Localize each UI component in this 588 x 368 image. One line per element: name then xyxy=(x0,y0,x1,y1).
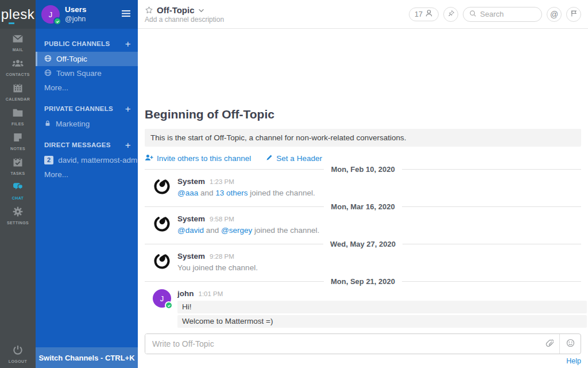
channel-title: Off-Topic xyxy=(157,5,195,15)
channel-title-menu[interactable]: Off-Topic xyxy=(145,5,224,15)
add-public-channel-button[interactable]: + xyxy=(125,39,131,49)
switch-channels-button[interactable]: Switch Channels - CTRL+K xyxy=(36,347,138,368)
message-text-part: joined the channel. xyxy=(248,189,315,197)
pinned-posts-button[interactable] xyxy=(443,7,458,22)
team-header[interactable]: J Users @john xyxy=(36,0,138,29)
dm-item-david-mattermost-admin[interactable]: 2 david, mattermost-admin xyxy=(36,153,138,167)
switch-channels-label: Switch Channels - CTRL+K xyxy=(38,354,134,362)
sidebar-item-chat[interactable]: CHAT xyxy=(0,177,36,202)
mention-link[interactable]: 13 others xyxy=(215,189,247,197)
header-controls: 17 @ xyxy=(409,7,581,22)
more-public-channels-link[interactable]: More... xyxy=(36,80,138,95)
user-avatar: J xyxy=(153,289,171,308)
sidebar-item-settings[interactable]: SETTINGS xyxy=(0,202,36,227)
sidebar-item-calendar[interactable]: CALENDAR xyxy=(0,78,36,103)
mention-link[interactable]: @sergey xyxy=(221,226,252,235)
divider-line xyxy=(145,169,324,170)
channel-label: Off-Topic xyxy=(56,55,87,63)
direct-messages-header: DIRECT MESSAGES + xyxy=(36,140,138,150)
mention-link[interactable]: @aaa xyxy=(177,189,198,197)
channel-item-marketing[interactable]: Marketing xyxy=(36,117,138,131)
mattermost-sidebar: J Users @john PUBLIC CHANNELS + Off-Topi… xyxy=(36,0,138,368)
more-label: More... xyxy=(44,170,68,179)
plesk-nav: MAIL CONTACTS CALENDAR FILES NOTES TASKS… xyxy=(0,29,36,227)
composer-area: Help xyxy=(138,330,588,368)
mention-link[interactable]: @david xyxy=(177,226,204,235)
divider-line xyxy=(402,206,581,207)
add-private-channel-button[interactable]: + xyxy=(125,104,131,114)
flag-icon xyxy=(570,10,578,19)
channel-intro-text: This is the start of Off-Topic, a channe… xyxy=(145,129,581,147)
sidebar-item-logout[interactable]: LOGOUT xyxy=(0,340,36,365)
message-row: System 1:23 PM @aaa and 13 others joined… xyxy=(145,174,581,200)
flagged-posts-button[interactable] xyxy=(566,7,581,22)
sidebar-item-contacts[interactable]: CONTACTS xyxy=(0,53,36,78)
avatar-initial: J xyxy=(49,10,53,19)
set-header-label: Set a Header xyxy=(276,154,322,163)
divider-line xyxy=(145,244,323,244)
sidebar-item-label: SETTINGS xyxy=(7,221,29,225)
online-status-icon xyxy=(53,17,61,25)
channel-title-block: Off-Topic Add a channel description xyxy=(145,5,224,24)
sidebar-item-notes[interactable]: NOTES xyxy=(0,128,36,152)
system-avatar-mattermost-logo-icon xyxy=(153,252,171,270)
channel-description-placeholder[interactable]: Add a channel description xyxy=(145,16,224,24)
channel-label: Town Square xyxy=(56,69,102,78)
channel-item-town-square[interactable]: Town Square xyxy=(36,66,138,80)
mentions-button[interactable]: @ xyxy=(547,7,562,22)
add-direct-message-button[interactable]: + xyxy=(125,140,131,150)
gear-icon xyxy=(11,206,24,220)
member-count-button[interactable]: 17 xyxy=(409,7,439,21)
invite-member-icon xyxy=(145,154,153,163)
sidebar-item-label: MAIL xyxy=(13,48,24,52)
plesk-logo[interactable]: plesk xyxy=(0,0,36,29)
tasks-icon xyxy=(11,156,24,170)
invite-others-link[interactable]: Invite others to this channel xyxy=(145,154,251,163)
message-composer xyxy=(145,334,581,354)
favorite-star-icon[interactable] xyxy=(145,6,153,14)
set-header-link[interactable]: Set a Header xyxy=(266,154,322,163)
system-avatar-mattermost-logo-icon xyxy=(153,177,171,195)
message-timestamp: 9:58 PM xyxy=(210,216,234,223)
message-list[interactable]: Beginning of Off-Topic This is the start… xyxy=(138,29,588,330)
member-icon xyxy=(425,9,433,19)
sidebar-item-files[interactable]: FILES xyxy=(0,103,36,128)
emoji-picker-button[interactable] xyxy=(560,334,581,354)
more-label: More... xyxy=(44,83,68,92)
menu-icon[interactable] xyxy=(121,9,131,20)
paperclip-icon xyxy=(545,339,554,350)
message-text-part: joined the channel. xyxy=(252,226,319,235)
sidebar-item-mail[interactable]: MAIL xyxy=(0,29,36,53)
calendar-icon xyxy=(11,82,24,96)
divider-date: Mon, Feb 10, 2020 xyxy=(331,165,394,174)
message-author[interactable]: System xyxy=(177,214,205,223)
message-input[interactable] xyxy=(145,334,539,354)
sidebar-item-label: CALENDAR xyxy=(6,97,30,101)
private-channels-section: PRIVATE CHANNELS + Marketing xyxy=(36,104,138,131)
sidebar-item-tasks[interactable]: TASKS xyxy=(0,152,36,177)
search-input[interactable] xyxy=(480,10,536,18)
channel-label: Marketing xyxy=(56,120,90,128)
channel-intro-links: Invite others to this channel Set a Head… xyxy=(145,154,581,163)
divider-date: Mon, Sep 21, 2020 xyxy=(331,277,395,286)
message-text-part: joined the channel. xyxy=(193,263,258,272)
online-status-icon xyxy=(165,301,173,309)
help-link[interactable]: Help xyxy=(566,357,581,365)
dm-label: david, mattermost-admin xyxy=(58,156,138,164)
system-avatar-mattermost-logo-icon xyxy=(153,214,171,233)
pin-icon xyxy=(447,10,455,19)
divider-date: Mon, Mar 16, 2020 xyxy=(331,202,394,211)
channel-item-off-topic[interactable]: Off-Topic xyxy=(36,52,138,66)
chevron-down-icon xyxy=(198,9,204,13)
message-author[interactable]: System xyxy=(177,252,205,260)
message-author[interactable]: john xyxy=(177,289,194,298)
username: @john xyxy=(65,15,116,24)
message-text-part: and xyxy=(204,226,221,235)
at-mention-icon: @ xyxy=(550,10,558,19)
date-divider: Mon, Mar 16, 2020 xyxy=(145,202,581,211)
attach-file-button[interactable] xyxy=(539,334,559,354)
more-direct-messages-link[interactable]: More... xyxy=(36,167,138,182)
search-bar[interactable] xyxy=(463,7,542,22)
message-author[interactable]: System xyxy=(177,177,205,186)
date-divider: Mon, Feb 10, 2020 xyxy=(145,164,581,174)
